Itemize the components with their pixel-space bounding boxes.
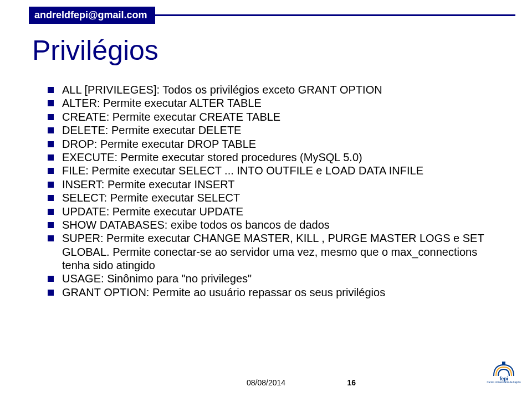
list-item: GRANT OPTION: Permite ao usuário repassa… bbox=[48, 286, 499, 299]
footer: 08/08/2014 16 fepi Centro Universitário … bbox=[0, 356, 532, 389]
list-item: SUPER: Permite executar CHANGE MASTER, K… bbox=[48, 231, 499, 272]
logo-subtext: Centro Universitário de Itajubá bbox=[487, 381, 521, 384]
footer-page-number: 16 bbox=[347, 378, 356, 387]
content-area: ALL [PRIVILEGES]: Todos os privilégios e… bbox=[48, 83, 499, 299]
list-item: CREATE: Permite executar CREATE TABLE bbox=[48, 110, 499, 123]
page-title: Privilégios bbox=[32, 34, 158, 66]
privilege-list: ALL [PRIVILEGES]: Todos os privilégios e… bbox=[48, 83, 499, 299]
header-email: andreldfepi@gmail.com bbox=[29, 7, 155, 24]
list-item: USAGE: Sinônimo para "no privileges" bbox=[48, 272, 499, 285]
list-item: DROP: Permite executar DROP TABLE bbox=[48, 137, 499, 151]
list-item: INSERT: Permite executar INSERT bbox=[48, 178, 499, 191]
list-item: ALL [PRIVILEGES]: Todos os privilégios e… bbox=[48, 83, 499, 96]
list-item: FILE: Permite executar SELECT ... INTO O… bbox=[48, 164, 499, 177]
list-item: EXECUTE: Permite executar stored procedu… bbox=[48, 151, 499, 164]
svg-rect-0 bbox=[502, 362, 505, 365]
header: andreldfepi@gmail.com bbox=[29, 7, 155, 23]
footer-logo: fepi Centro Universitário de Itajubá bbox=[485, 356, 522, 388]
list-item: SHOW DATABASES: exibe todos os bancos de… bbox=[48, 218, 499, 231]
list-item: UPDATE: Permite executar UPDATE bbox=[48, 205, 499, 218]
footer-date: 08/08/2014 bbox=[247, 378, 285, 387]
list-item: ALTER: Permite executar ALTER TABLE bbox=[48, 96, 499, 110]
list-item: SELECT: Permite executar SELECT bbox=[48, 191, 499, 204]
list-item: DELETE: Permite executar DELETE bbox=[48, 123, 499, 137]
logo-icon bbox=[493, 360, 515, 377]
